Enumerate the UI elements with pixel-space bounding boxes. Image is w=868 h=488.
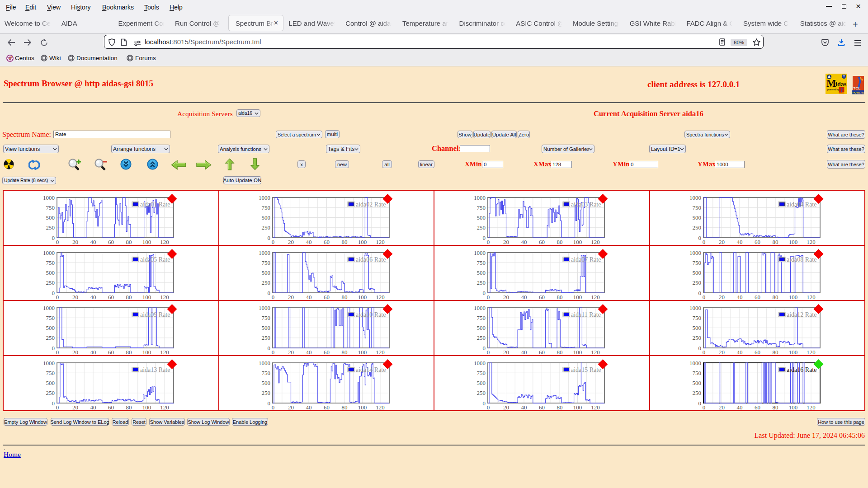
svg-text:20: 20 <box>72 404 78 410</box>
svg-text:20: 20 <box>719 294 725 300</box>
svg-text:40: 40 <box>521 349 527 355</box>
svg-text:aida03 Rate: aida03 Rate <box>571 201 601 208</box>
svg-text:powered by: powered by <box>827 89 839 91</box>
svg-text:0: 0 <box>698 235 701 241</box>
svg-text:1000: 1000 <box>259 360 270 366</box>
svg-text:100: 100 <box>358 239 367 244</box>
svg-text:750: 750 <box>477 204 486 211</box>
svg-text:0: 0 <box>483 235 486 241</box>
svg-text:0: 0 <box>702 349 705 355</box>
svg-text:1000: 1000 <box>43 249 55 256</box>
svg-text:1000: 1000 <box>689 249 701 256</box>
svg-text:100: 100 <box>142 294 151 300</box>
svg-text:20: 20 <box>719 349 725 355</box>
svg-text:100: 100 <box>358 349 367 355</box>
svg-text:500: 500 <box>46 269 55 276</box>
svg-text:0: 0 <box>702 404 705 410</box>
svg-text:60: 60 <box>324 349 330 355</box>
svg-text:20: 20 <box>288 239 294 244</box>
svg-text:0: 0 <box>52 290 55 296</box>
svg-text:100: 100 <box>788 349 797 355</box>
svg-text:POWER: POWER <box>840 92 845 94</box>
svg-text:aida11 Rate: aida11 Rate <box>571 311 601 318</box>
svg-text:120: 120 <box>376 294 385 300</box>
svg-text:500: 500 <box>46 324 55 331</box>
svg-text:750: 750 <box>46 370 55 376</box>
svg-text:120: 120 <box>807 239 816 244</box>
svg-text:250: 250 <box>692 389 701 396</box>
svg-text:20: 20 <box>503 239 509 244</box>
svg-text:250: 250 <box>477 224 486 231</box>
svg-text:40: 40 <box>90 294 96 300</box>
svg-text:120: 120 <box>376 349 385 355</box>
svg-text:0: 0 <box>487 239 490 244</box>
svg-text:1000: 1000 <box>259 194 270 201</box>
svg-text:120: 120 <box>160 239 169 244</box>
svg-text:20: 20 <box>503 349 509 355</box>
svg-text:120: 120 <box>591 239 600 244</box>
svg-text:1000: 1000 <box>474 360 486 366</box>
svg-text:40: 40 <box>521 294 527 300</box>
svg-text:aida12 Rate: aida12 Rate <box>787 311 816 318</box>
svg-text:20: 20 <box>288 404 294 410</box>
svg-text:500: 500 <box>261 380 270 386</box>
svg-text:80: 80 <box>341 294 347 300</box>
svg-text:750: 750 <box>46 204 55 211</box>
svg-text:500: 500 <box>46 380 55 386</box>
svg-text:100: 100 <box>358 404 367 410</box>
svg-text:80: 80 <box>557 404 563 410</box>
svg-text:500: 500 <box>692 214 701 221</box>
svg-text:120: 120 <box>591 349 600 355</box>
svg-text:250: 250 <box>46 389 55 396</box>
svg-text:100: 100 <box>142 349 151 355</box>
svg-text:1000: 1000 <box>259 305 270 311</box>
svg-text:aida09 Rate: aida09 Rate <box>140 311 170 318</box>
svg-text:250: 250 <box>261 279 270 286</box>
svg-text:100: 100 <box>142 239 151 244</box>
svg-text:500: 500 <box>261 324 270 331</box>
svg-text:100: 100 <box>573 404 582 410</box>
svg-text:0: 0 <box>52 235 55 241</box>
svg-text:120: 120 <box>160 349 169 355</box>
svg-text:80: 80 <box>126 294 132 300</box>
svg-text:500: 500 <box>46 214 55 221</box>
svg-text:100: 100 <box>788 294 797 300</box>
svg-text:750: 750 <box>692 370 701 376</box>
svg-text:0: 0 <box>271 349 274 355</box>
svg-text:80: 80 <box>341 404 347 410</box>
svg-text:0: 0 <box>271 294 274 300</box>
svg-text:250: 250 <box>46 224 55 231</box>
svg-text:250: 250 <box>46 334 55 341</box>
svg-text:750: 750 <box>261 314 270 321</box>
svg-text:0: 0 <box>267 345 270 352</box>
svg-text:100: 100 <box>358 294 367 300</box>
svg-text:0: 0 <box>698 345 701 352</box>
svg-text:0: 0 <box>483 345 486 352</box>
svg-text:40: 40 <box>306 404 311 410</box>
svg-text:750: 750 <box>261 259 270 266</box>
svg-text:250: 250 <box>46 279 55 286</box>
svg-text:1000: 1000 <box>474 194 486 201</box>
svg-text:60: 60 <box>108 349 114 355</box>
svg-text:1000: 1000 <box>259 249 270 256</box>
svg-text:250: 250 <box>692 334 701 341</box>
svg-text:80: 80 <box>772 404 778 410</box>
svg-text:0: 0 <box>267 290 270 296</box>
svg-text:0: 0 <box>487 294 490 300</box>
svg-text:750: 750 <box>477 259 486 266</box>
svg-text:40: 40 <box>306 294 311 300</box>
svg-text:60: 60 <box>108 239 114 244</box>
svg-text:250: 250 <box>261 389 270 396</box>
svg-text:250: 250 <box>477 334 486 341</box>
svg-text:20: 20 <box>72 239 78 244</box>
svg-text:80: 80 <box>126 404 132 410</box>
svg-text:TCL: TCL <box>854 86 861 90</box>
svg-text:0: 0 <box>56 349 59 355</box>
svg-text:120: 120 <box>591 294 600 300</box>
svg-text:120: 120 <box>376 239 385 244</box>
svg-text:250: 250 <box>261 334 270 341</box>
svg-text:500: 500 <box>692 380 701 386</box>
svg-text:1000: 1000 <box>474 305 486 311</box>
svg-text:500: 500 <box>692 269 701 276</box>
svg-text:750: 750 <box>46 259 55 266</box>
